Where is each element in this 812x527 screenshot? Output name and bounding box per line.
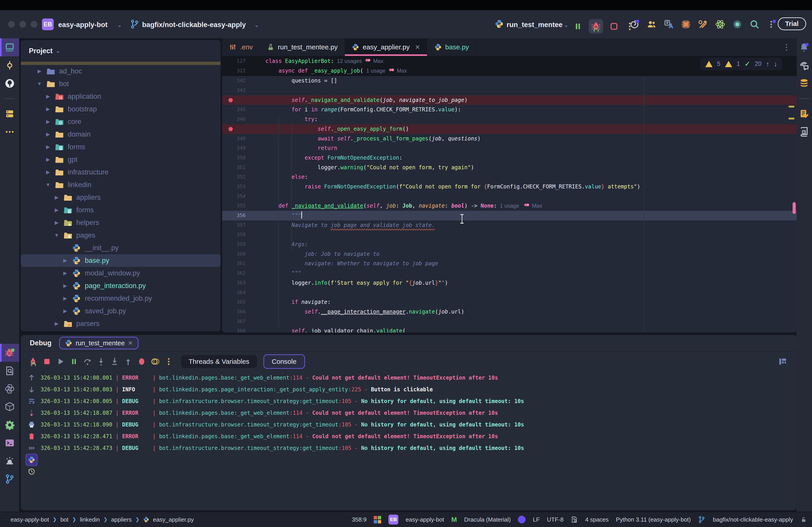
traffic-light-close[interactable] <box>8 21 15 28</box>
sidebar-item-more-tool-windows[interactable] <box>0 123 19 141</box>
trial-badge[interactable]: Trial <box>778 17 806 30</box>
sidebar-item-structure-tool-window[interactable] <box>0 105 19 123</box>
line-number[interactable]: 363 <box>222 278 246 288</box>
chevron-collapsed-icon[interactable]: ▶ <box>45 93 51 100</box>
branch-selector[interactable]: bagfix/not-clickable-easy-apply <box>142 21 246 29</box>
line-number[interactable]: 342 <box>222 76 246 86</box>
breadcrumb-item[interactable]: bot <box>60 516 69 523</box>
sidebar-item-documentation-tool-window[interactable]: A <box>796 123 812 141</box>
line-ending-widget[interactable]: LF <box>533 516 539 523</box>
code-line[interactable]: 345 for i in range(FormConfig.CHECK_FORM… <box>222 105 797 115</box>
debug-button[interactable] <box>589 19 603 34</box>
search-icon[interactable] <box>749 19 760 30</box>
status-project-name[interactable]: easy-apply-bot <box>406 516 444 523</box>
prev-problem-arrow[interactable]: ↑ <box>766 60 769 68</box>
stop-filled-button[interactable] <box>41 356 53 367</box>
chevron-collapsed-icon[interactable]: ▶ <box>62 308 68 314</box>
chevron-collapsed-icon[interactable]: ▶ <box>54 207 60 213</box>
kebab-dot-icon[interactable] <box>766 19 777 30</box>
code-line[interactable]: 354 <box>222 192 797 201</box>
breadcrumb-item[interactable]: appliers <box>111 516 132 523</box>
tree-item-saved_job.py[interactable]: ▶saved_job.py <box>21 305 221 317</box>
starburst-icon[interactable] <box>681 19 691 30</box>
indent-widget[interactable]: 4 spaces <box>585 516 609 523</box>
line-number[interactable]: 351 <box>222 163 246 172</box>
sidebar-item-git-tool-window[interactable] <box>0 470 19 488</box>
tree-item-ad_hoc[interactable]: ▶ad_hoc <box>21 65 221 77</box>
editor-tab-.env[interactable]: .env <box>222 38 260 56</box>
users-icon[interactable] <box>647 19 657 30</box>
line-number[interactable]: 366 <box>222 307 246 317</box>
theme-color-dot[interactable] <box>518 516 525 523</box>
breakpoint-icon[interactable] <box>229 127 233 131</box>
sidebar-item-project-tool-window[interactable] <box>0 38 19 56</box>
sidebar-item-find-tool-window[interactable] <box>0 362 19 380</box>
code-line[interactable]: 363 logger.info(f'Start easy apply for "… <box>222 278 797 288</box>
sidebar-item-ai-assistant[interactable] <box>796 56 812 74</box>
tree-item-linkedin[interactable]: ▼linkedin <box>21 179 221 191</box>
layout-settings-icon[interactable] <box>778 357 787 366</box>
line-number[interactable]: 127 <box>222 56 246 66</box>
line-number[interactable]: 348 <box>222 134 246 144</box>
tree-item-page_interaction.py[interactable]: ▶page_interaction.py <box>21 280 221 292</box>
line-number[interactable]: 368 <box>222 326 246 332</box>
code-line[interactable]: 366 self.__page_interaction_manager.navi… <box>222 307 797 317</box>
code-line[interactable]: 367 <box>222 317 797 326</box>
stop-button[interactable] <box>609 21 619 31</box>
traffic-light-minimize[interactable] <box>19 21 26 28</box>
chevron-collapsed-icon[interactable]: ▶ <box>45 144 51 150</box>
code-line[interactable]: self._open_easy_apply_form() <box>222 124 797 134</box>
tools-icon[interactable] <box>698 19 708 30</box>
mute-breakpoints-button[interactable] <box>149 356 161 367</box>
step-out-button[interactable] <box>122 356 134 367</box>
tree-item-recommended_job.py[interactable]: ▶recommended_job.py <box>21 292 221 305</box>
chevron-collapsed-icon[interactable]: ▶ <box>54 321 60 327</box>
code-line[interactable]: 350 except FormNotOpenedException: <box>222 153 797 163</box>
editor-tab-base.py[interactable]: base.py <box>427 38 476 56</box>
line-number[interactable]: 361 <box>222 259 246 269</box>
tree-item-helpers[interactable]: ▶helpers <box>21 216 221 229</box>
caret-position-widget[interactable]: 358:9 <box>352 516 366 523</box>
chevron-collapsed-icon[interactable]: ▶ <box>45 119 51 125</box>
step-over-button[interactable] <box>82 356 93 367</box>
tree-item-core[interactable]: ▶core <box>21 116 221 128</box>
debug-view-tab-console[interactable]: Console <box>263 354 305 369</box>
close-icon[interactable]: ✕ <box>415 44 420 51</box>
ai-swirl-icon[interactable] <box>629 19 640 30</box>
breadcrumb-item[interactable]: easy_applier.py <box>153 516 194 523</box>
close-icon[interactable]: ✕ <box>128 340 133 347</box>
tree-item-domain[interactable]: ▶domain <box>21 128 221 141</box>
chevron-collapsed-icon[interactable]: ▶ <box>62 258 68 264</box>
print-button[interactable] <box>21 419 42 431</box>
scroll-end-button[interactable] <box>21 407 42 419</box>
sidebar-item-problems-tool-window[interactable] <box>0 452 19 470</box>
line-number[interactable]: 352 <box>222 172 246 182</box>
line-number[interactable]: 365 <box>222 297 246 307</box>
code-line[interactable]: 364 <box>222 288 797 298</box>
status-branch-widget[interactable]: bagfix/not-clickable-easy-apply <box>713 516 793 523</box>
code-line[interactable]: 356 """ <box>222 211 797 221</box>
history-clock-button[interactable] <box>21 466 42 478</box>
sidebar-item-python-packages[interactable] <box>0 398 19 416</box>
chevron-collapsed-icon[interactable]: ▶ <box>54 220 60 226</box>
line-number[interactable]: 350 <box>222 153 246 163</box>
step-into-button[interactable] <box>95 356 107 367</box>
code-line[interactable]: 353 raise FormNotOpenedException(f"Could… <box>222 182 797 192</box>
view-breakpoints-button[interactable] <box>136 356 147 367</box>
project-selector[interactable]: easy-apply-bot <box>58 21 107 29</box>
sidebar-item-debug-tool-window[interactable] <box>0 344 19 362</box>
scroll-down-button[interactable] <box>21 383 42 395</box>
chevron-expanded-icon[interactable]: ▼ <box>45 182 51 188</box>
editor-tab-run_test_mentee.py[interactable]: run_test_mentee.py <box>260 38 345 56</box>
tree-item-appliers[interactable]: ▶appliers <box>21 191 221 204</box>
resume-gray-button[interactable] <box>55 356 66 367</box>
code-line[interactable]: 349 return <box>222 144 797 153</box>
sidebar-item-notifications[interactable] <box>796 38 812 56</box>
tree-item-parsers[interactable]: ▶parsers <box>21 317 221 330</box>
line-number[interactable]: 353 <box>222 182 246 192</box>
kebab-yellow-button[interactable] <box>163 356 175 367</box>
encoding-widget[interactable]: UTF-8 <box>547 516 564 523</box>
line-number[interactable]: 358 <box>222 230 246 240</box>
chevron-expanded-icon[interactable]: ▼ <box>37 81 42 87</box>
line-number[interactable]: 357 <box>222 221 246 230</box>
